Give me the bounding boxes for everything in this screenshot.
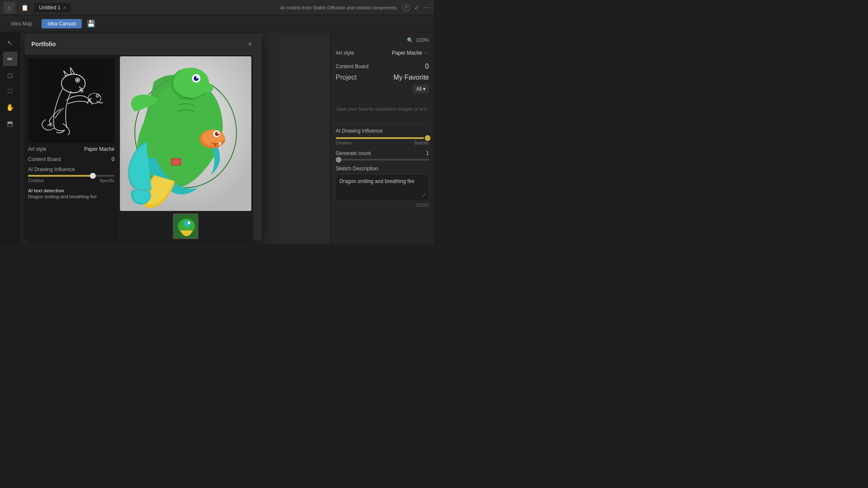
cursor-tool[interactable]: ↖	[3, 36, 17, 50]
svg-rect-20	[173, 159, 179, 164]
save-button[interactable]: 💾	[85, 18, 97, 30]
influence-panel-slider-labels: Creative Specific	[336, 141, 429, 145]
count-slider-thumb[interactable]	[336, 157, 342, 163]
sketch-desc-counter: 33/500	[336, 203, 429, 208]
svg-point-12	[196, 76, 199, 78]
book-button[interactable]: 📋	[19, 2, 31, 14]
zoom-row: 🔍 100%	[336, 37, 429, 43]
all-label: All	[416, 86, 422, 92]
portfolio-title: Portfolio	[31, 41, 56, 47]
more-options-icon[interactable]: ⋯	[424, 3, 431, 11]
title-bar: ⌂ 📋 Untitled 1 × AI models from Stable D…	[0, 0, 434, 15]
main-layout: ↖ ✏ ◻ □ ✋ ⬒ Portfolio ×	[0, 32, 434, 244]
influence-slider[interactable]	[28, 175, 114, 177]
svg-point-17	[215, 132, 219, 136]
project-label: Project	[336, 74, 357, 81]
idea-canvas-button[interactable]: Idea Canvas	[42, 19, 82, 28]
tab-title: Untitled 1	[39, 5, 61, 11]
zoom-level: 100%	[416, 37, 429, 43]
check-icon: ✓	[414, 3, 420, 11]
tab-close-icon[interactable]: ×	[63, 5, 66, 10]
info-icon[interactable]: ?	[402, 4, 410, 11]
left-sidebar: ↖ ✏ ◻ □ ✋ ⬒	[0, 32, 20, 244]
specific-label: Specific	[414, 141, 429, 145]
draw-tool[interactable]: ✏	[3, 52, 17, 66]
content-board-panel-row: Content Board 0	[336, 63, 429, 70]
slider-thumb[interactable]	[90, 173, 96, 179]
generate-count-row: Generate count 1	[336, 150, 429, 156]
shape-tool[interactable]: □	[3, 84, 17, 98]
import-tool[interactable]: ⬒	[3, 116, 17, 130]
art-style-section: Art style Paper Mache —	[336, 48, 429, 58]
content-board-value: 0	[111, 156, 114, 162]
content-board-label: Content Board	[28, 156, 61, 162]
canvas-area[interactable]: Portfolio ×	[20, 32, 330, 244]
book-icon: 📋	[21, 4, 28, 11]
thumbnail-image	[174, 214, 198, 239]
thumbnail-item[interactable]	[173, 214, 198, 239]
content-board-panel-label: Content Board	[336, 64, 368, 69]
project-row: Project My Favorite	[336, 74, 429, 81]
svg-point-3	[77, 79, 78, 81]
art-style-row: Art style Paper Mache	[28, 146, 114, 152]
svg-rect-0	[29, 58, 114, 143]
influence-panel-slider-thumb[interactable]	[425, 135, 431, 141]
title-tab[interactable]: Untitled 1 ×	[34, 3, 71, 12]
ai-influence-section: AI Drawing Influence Creative Specific	[28, 166, 114, 183]
influence-panel-slider[interactable]	[336, 137, 429, 139]
count-slider[interactable]	[336, 159, 429, 161]
dropdown-arrow-icon: ▾	[423, 86, 426, 92]
dragon-image	[120, 56, 251, 211]
content-board-row: Content Board 0	[28, 156, 114, 162]
home-icon: ⌂	[8, 4, 11, 11]
content-board-panel-value: 0	[425, 63, 429, 70]
creative-label: Creative	[336, 141, 351, 145]
all-dropdown[interactable]: All ▾	[413, 85, 429, 93]
ai-notice-text: AI models from Stable Diffusion and rela…	[280, 5, 398, 10]
text-detection-section: AI text detection Dragon smiling and bre…	[28, 188, 114, 199]
sketch-desc-label: Sketch Description	[336, 166, 429, 172]
influence-panel-slider-fill	[336, 137, 424, 139]
main-toolbar: Idea Map Idea Canvas 💾	[0, 15, 434, 32]
portfolio-body: Art style Paper Mache Content Board 0 AI…	[25, 55, 262, 241]
main-image	[120, 56, 251, 211]
zoom-icon: 🔍	[407, 37, 413, 43]
portfolio-header: Portfolio ×	[25, 34, 262, 55]
art-style-label: Art style	[28, 146, 46, 152]
art-style-value: Paper Mache	[84, 146, 114, 152]
eraser-tool[interactable]: ◻	[3, 68, 17, 82]
slider-labels: Creative Specific	[28, 178, 114, 183]
slider-specific-label: Specific	[100, 178, 114, 183]
slider-creative-label: Creative	[28, 178, 44, 183]
main-image-area	[118, 55, 253, 241]
svg-point-18	[217, 132, 219, 134]
thumbnail-strip	[173, 214, 198, 239]
svg-point-13	[196, 83, 213, 93]
text-detection-label: AI text detection	[28, 188, 114, 193]
slider-fill	[28, 175, 93, 177]
portfolio-dialog: Portfolio ×	[25, 34, 262, 241]
title-bar-right: AI models from Stable Diffusion and rela…	[280, 3, 431, 11]
ai-influence-label: AI Drawing Influence	[28, 166, 114, 172]
art-style-panel-row: Art style Paper Mache —	[336, 48, 429, 58]
panel-divider	[336, 124, 429, 125]
generate-count-label: Generate count	[336, 150, 371, 156]
sketch-canvas[interactable]	[28, 58, 114, 143]
sketch-drawing	[28, 58, 114, 143]
portfolio-close-button[interactable]: ×	[245, 39, 255, 49]
sketch-desc-text: Dragon smiling and breathing fire	[339, 178, 425, 185]
save-favorites-text: Save your favorite inspiration images or…	[336, 97, 429, 121]
generate-count-value: 1	[426, 150, 429, 156]
right-panel: 🔍 100% Art style Paper Mache — Content B…	[330, 32, 434, 244]
art-style-panel-label: Art style	[336, 50, 354, 56]
svg-point-24	[188, 222, 190, 224]
hand-tool[interactable]: ✋	[3, 100, 17, 114]
sketch-description-box[interactable]: Dragon smiling and breathing fire ⤢	[336, 174, 429, 201]
ai-influence-panel-label: AI Drawing Influence	[336, 128, 429, 134]
idea-map-button[interactable]: Idea Map	[5, 19, 38, 28]
ai-influence-panel: AI Drawing Influence Creative Specific	[336, 128, 429, 145]
home-button[interactable]: ⌂	[3, 2, 15, 14]
text-detection-value: Dragon smiling and breathing fire	[28, 194, 114, 199]
expand-icon[interactable]: ⤢	[422, 192, 426, 198]
art-style-panel-value: Paper Mache —	[392, 50, 429, 56]
